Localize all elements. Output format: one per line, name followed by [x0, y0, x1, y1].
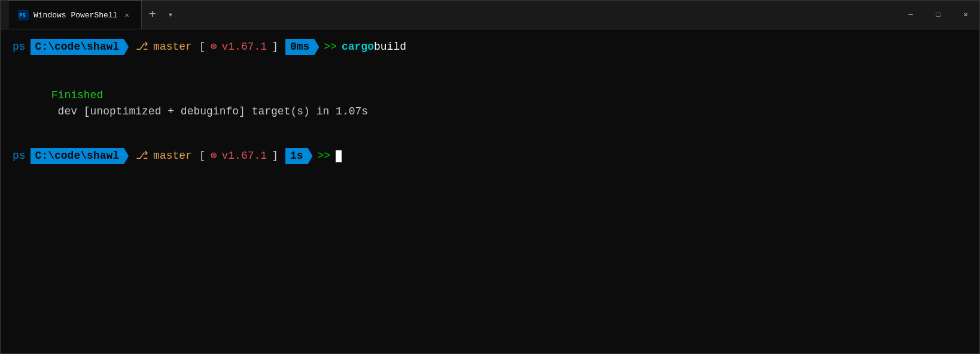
- tab-dropdown-button[interactable]: ▾: [163, 10, 178, 20]
- tab-area: PS Windows PowerShell ✕ + ▾: [8, 1, 897, 29]
- bracket-open-1: [: [199, 39, 206, 55]
- branch-icon-1: ⎇: [136, 39, 148, 55]
- svg-text:PS: PS: [19, 13, 26, 19]
- bracket-close-2: ]: [272, 148, 278, 164]
- output-line-1: Finished dev [unoptimized + debuginfo] t…: [13, 55, 967, 136]
- arrow-2: >>: [318, 148, 331, 164]
- branch-name-2: master: [153, 148, 192, 164]
- active-tab[interactable]: PS Windows PowerShell ✕: [8, 1, 142, 29]
- ps-label-2: ps: [13, 148, 26, 164]
- rust-icon-2: ⊗: [211, 148, 217, 164]
- tab-close-button[interactable]: ✕: [122, 10, 131, 21]
- time-1: 0ms: [285, 39, 319, 55]
- cmd-args: build: [374, 39, 406, 55]
- branch-name-1: master: [153, 39, 192, 55]
- ps-label-1: ps: [13, 39, 26, 55]
- directory-1: C:\code\shawl: [31, 39, 129, 55]
- prompt-line-1: ps C:\code\shawl ⎇ master [ ⊗ v1.67.1 ] …: [13, 39, 967, 55]
- close-button[interactable]: ✕: [952, 1, 979, 29]
- time-2: 1s: [285, 148, 313, 164]
- finished-label: Finished: [51, 89, 103, 101]
- minimize-button[interactable]: ─: [897, 1, 924, 29]
- powershell-icon: PS: [18, 10, 29, 20]
- rust-ver-1: v1.67.1: [222, 39, 267, 55]
- directory-2: C:\code\shawl: [31, 148, 129, 164]
- titlebar: PS Windows PowerShell ✕ + ▾ ─ □ ✕: [1, 1, 979, 29]
- bracket-close-1: ]: [272, 39, 278, 55]
- window-controls: ─ □ ✕: [897, 1, 979, 29]
- tab-title: Windows PowerShell: [34, 11, 117, 20]
- output-rest: dev [unoptimized + debuginfo] target(s) …: [51, 105, 368, 117]
- branch-icon-2: ⎇: [136, 148, 148, 164]
- bracket-open-2: [: [199, 148, 206, 164]
- maximize-button[interactable]: □: [924, 1, 952, 29]
- terminal-content[interactable]: ps C:\code\shawl ⎇ master [ ⊗ v1.67.1 ] …: [1, 29, 979, 353]
- arrow-1: >>: [324, 39, 337, 55]
- cursor: [336, 150, 342, 162]
- window: PS Windows PowerShell ✕ + ▾ ─ □ ✕ ps C:\…: [0, 0, 980, 354]
- cargo-cmd: cargo: [342, 39, 374, 55]
- new-tab-button[interactable]: +: [142, 8, 163, 22]
- blank-line: [13, 137, 967, 148]
- rust-ver-2: v1.67.1: [222, 148, 267, 164]
- prompt-line-2: ps C:\code\shawl ⎇ master [ ⊗ v1.67.1 ] …: [13, 148, 967, 164]
- rust-icon-1: ⊗: [211, 39, 217, 55]
